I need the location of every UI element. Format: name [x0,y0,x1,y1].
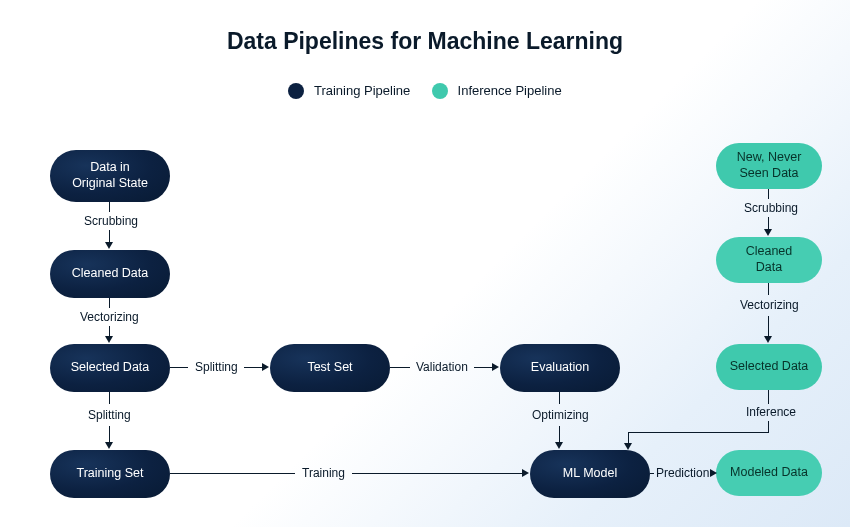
node-training-set: Training Set [50,450,170,498]
edge-line [768,421,769,432]
edge-line [244,367,262,368]
edge-label-vectorizing-1: Vectorizing [80,310,139,324]
edge-label-splitting-v: Splitting [88,408,131,422]
edge-label-validation: Validation [416,360,468,374]
arrow-down-icon [764,229,772,236]
edge-line [109,392,110,404]
edge-label-inference: Inference [746,405,796,419]
node-cleaned-data-2: Cleaned Data [716,237,822,283]
edge-line [109,230,110,242]
edge-line [768,189,769,199]
arrow-right-icon [262,363,269,371]
edge-line [109,298,110,308]
edge-line [390,367,410,368]
edge-label-optimizing: Optimizing [532,408,589,422]
arrow-down-icon [105,336,113,343]
edge-line [768,283,769,295]
legend-label-training: Training Pipeline [314,83,410,98]
edge-line [352,473,522,474]
edge-label-scrubbing-1: Scrubbing [84,214,138,228]
node-cleaned-data: Cleaned Data [50,250,170,298]
edge-label-splitting-h: Splitting [195,360,238,374]
edge-line [474,367,492,368]
edge-line [768,390,769,404]
node-ml-model: ML Model [530,450,650,498]
edge-line [559,392,560,404]
arrow-right-icon [492,363,499,371]
legend-dot-inference [432,83,448,99]
node-evaluation: Evaluation [500,344,620,392]
edge-line [109,202,110,212]
diagram-title: Data Pipelines for Machine Learning [0,28,850,55]
edge-label-prediction: Prediction [656,466,709,480]
edge-label-scrubbing-2: Scrubbing [744,201,798,215]
edge-line [768,217,769,229]
edge-line [650,473,654,474]
edge-line [768,316,769,336]
edge-line [559,426,560,442]
node-original-data: Data in Original State [50,150,170,202]
edge-line [109,426,110,442]
legend-dot-training [288,83,304,99]
arrow-down-icon [105,242,113,249]
arrow-right-icon [710,469,717,477]
edge-line [109,326,110,336]
edge-label-vectorizing-2: Vectorizing [740,298,799,312]
legend-label-inference: Inference Pipeline [458,83,562,98]
arrow-down-icon [624,443,632,450]
node-selected-data: Selected Data [50,344,170,392]
node-new-data: New, Never Seen Data [716,143,822,189]
arrow-down-icon [105,442,113,449]
node-test-set: Test Set [270,344,390,392]
arrow-right-icon [522,469,529,477]
node-selected-data-2: Selected Data [716,344,822,390]
edge-line [628,432,769,433]
edge-label-training: Training [302,466,345,480]
edge-line [170,367,188,368]
legend: Training Pipeline Inference Pipeline [0,82,850,99]
node-modeled-data: Modeled Data [716,450,822,496]
arrow-down-icon [764,336,772,343]
edge-line [170,473,295,474]
arrow-down-icon [555,442,563,449]
